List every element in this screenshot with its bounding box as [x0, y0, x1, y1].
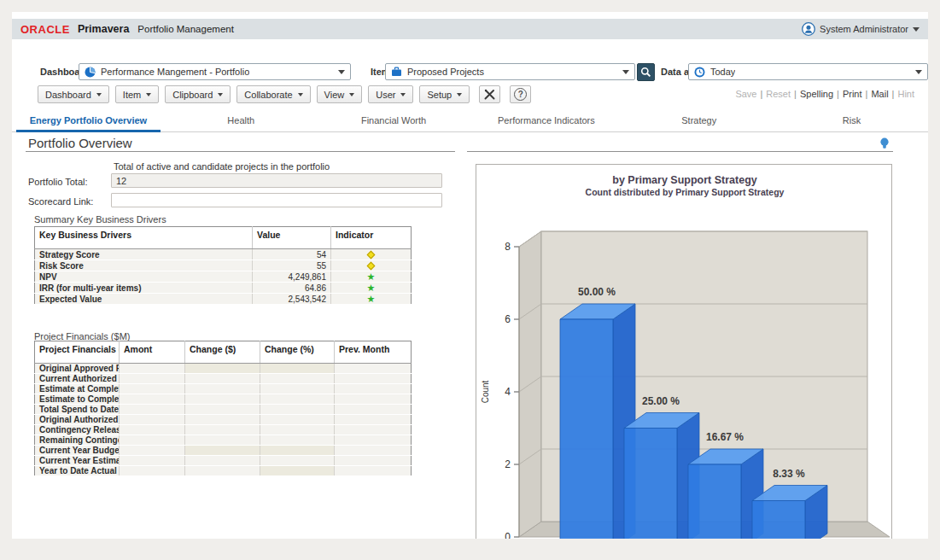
- financial-label: Total Spend to Date: [35, 405, 120, 415]
- driver-indicator: [331, 249, 412, 260]
- table-row: IRR (for multi-year items)64.86★: [35, 283, 412, 294]
- financial-cell: [120, 394, 185, 405]
- chart-panel: by Primary Support StrategyCount distrib…: [476, 164, 892, 539]
- print-link[interactable]: Print: [843, 89, 862, 99]
- table-row: Remaining Contingency: [35, 435, 412, 446]
- menu-button-label: View: [324, 90, 345, 100]
- financial-cell: [260, 384, 335, 394]
- chart-title: by Primary Support Strategy: [612, 174, 757, 186]
- pie-chart-icon: [85, 67, 96, 78]
- financial-cell: [185, 435, 260, 446]
- portfolio-total-label: Portfolio Total:: [28, 177, 88, 187]
- financial-label: Original Approved Fun..: [35, 364, 120, 374]
- chevron-down-icon: [96, 93, 102, 96]
- column-header: Change (%): [260, 341, 335, 364]
- hint-link[interactable]: Hint: [897, 89, 914, 99]
- tab-bar: Energy Portfolio OverviewHealthFinancial…: [12, 108, 928, 132]
- spelling-link[interactable]: Spelling: [800, 89, 833, 99]
- financial-cell: [260, 374, 335, 384]
- financial-cell: [185, 425, 260, 435]
- bar-chart: by Primary Support StrategyCount distrib…: [476, 165, 892, 539]
- item-select[interactable]: Proposed Projects: [385, 63, 635, 80]
- table-row: Original Authorized Co..: [35, 415, 412, 425]
- save-link[interactable]: Save: [735, 89, 756, 99]
- dashboard-value: Performance Mangement - Portfolio: [101, 67, 249, 77]
- diamond-icon: [367, 250, 376, 259]
- financial-cell: [260, 405, 335, 415]
- project-financials-table: Project Financials ($M)AmontChange ($)Ch…: [34, 341, 412, 476]
- menu-button-clipboard[interactable]: Clipboard: [165, 85, 231, 103]
- menu-button-collaborate[interactable]: Collaborate: [236, 85, 310, 103]
- financial-cell: [120, 466, 185, 476]
- financial-cell: [185, 384, 260, 394]
- divider: [467, 151, 893, 152]
- menu-button-label: Collaborate: [244, 90, 292, 100]
- chart-bar[interactable]: [752, 486, 827, 540]
- table-row: Estimate at Completion..: [35, 384, 412, 394]
- financial-cell: [260, 425, 335, 435]
- menu-button-item[interactable]: Item: [115, 85, 159, 103]
- item-value: Proposed Projects: [407, 67, 484, 77]
- scorecard-link-input[interactable]: [111, 193, 442, 207]
- lightbulb-icon[interactable]: [879, 137, 890, 154]
- page-title: Portfolio Overview: [28, 136, 132, 150]
- column-header: Key Business Drivers: [35, 227, 253, 249]
- dashboard-select[interactable]: Performance Mangement - Portfolio: [79, 63, 351, 80]
- help-button[interactable]: ?: [510, 85, 531, 103]
- action-links: Save|Reset|Spelling|Print|Mail|Hint: [735, 89, 914, 99]
- financial-cell: [260, 466, 335, 476]
- tab-strategy[interactable]: Strategy: [622, 108, 775, 131]
- brand-primavera: Primavera: [78, 23, 129, 35]
- table-row: Current Authorized Spe..: [35, 374, 412, 384]
- help-icon: ?: [514, 88, 527, 101]
- financial-cell: [335, 374, 412, 384]
- tab-financial-worth[interactable]: Financial Worth: [318, 108, 470, 131]
- data-as-of-value: Today: [710, 67, 735, 77]
- portfolio-total-input[interactable]: [111, 173, 442, 188]
- financial-cell: [335, 446, 412, 456]
- table-header-row: Key Business DriversValueIndicator: [35, 227, 412, 249]
- tab-health[interactable]: Health: [165, 108, 318, 131]
- mail-link[interactable]: Mail: [871, 89, 888, 99]
- page-background: ORACLE Primavera Portfolio Management Sy…: [0, 0, 940, 560]
- chevron-down-icon: [218, 93, 223, 96]
- menu-button-view[interactable]: View: [317, 85, 363, 103]
- bar-percentage-label: 16.67 %: [706, 431, 744, 443]
- search-button[interactable]: [637, 63, 655, 81]
- scorecard-link-label: Scorecard Link:: [28, 196, 93, 207]
- financial-label: Year to Date Actual Spe..: [35, 466, 120, 476]
- financial-cell: [260, 456, 335, 466]
- financial-cell: [335, 384, 412, 394]
- clock-icon: [694, 67, 705, 78]
- tools-button[interactable]: [479, 85, 500, 103]
- chevron-down-icon: [349, 93, 354, 96]
- menu-button-setup[interactable]: Setup: [419, 85, 470, 103]
- table-row: Current Year Budget: [35, 446, 412, 456]
- bar-percentage-label: 25.00 %: [642, 395, 680, 407]
- table-row: Estimate to Complete (..: [35, 394, 412, 405]
- tab-performance-indicators[interactable]: Performance Indicators: [470, 108, 622, 131]
- financial-cell: [120, 456, 185, 466]
- menu-button-dashboard[interactable]: Dashboard: [38, 85, 109, 103]
- driver-label: Strategy Score: [35, 249, 253, 260]
- financial-cell: [120, 435, 185, 446]
- data-as-of-select[interactable]: Today: [688, 63, 928, 80]
- column-header: Change ($): [185, 341, 260, 364]
- financial-cell: [335, 425, 412, 435]
- tab-energy-portfolio-overview[interactable]: Energy Portfolio Overview: [12, 108, 165, 131]
- y-tick-label: 4: [505, 386, 511, 398]
- user-name: System Administrator: [820, 24, 908, 34]
- chevron-down-icon: [622, 70, 629, 74]
- chevron-down-icon: [457, 93, 462, 96]
- menu-button-label: User: [376, 90, 395, 100]
- menu-button-user[interactable]: User: [368, 85, 413, 103]
- y-tick-label: 2: [505, 458, 511, 470]
- user-menu[interactable]: System Administrator: [802, 22, 920, 36]
- financial-cell: [185, 394, 260, 405]
- bar-percentage-label: 8.33 %: [773, 468, 805, 480]
- tab-risk[interactable]: Risk: [775, 108, 928, 131]
- menu-button-label: Setup: [427, 90, 452, 100]
- star-icon: ★: [367, 283, 376, 293]
- table-row: Strategy Score54: [35, 249, 412, 260]
- reset-link[interactable]: Reset: [766, 89, 791, 99]
